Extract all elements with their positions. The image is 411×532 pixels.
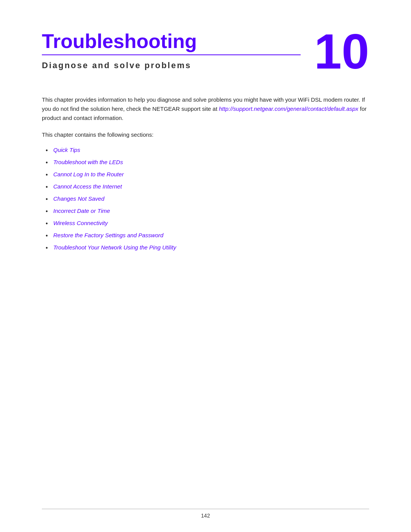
list-item: Incorrect Date or Time [53, 206, 369, 216]
list-item: Quick Tips [53, 145, 369, 155]
title-block: Troubleshooting Diagnose and solve probl… [42, 30, 314, 70]
bottom-divider [42, 509, 369, 509]
intro-paragraph: This chapter provides information to hel… [42, 95, 369, 123]
section-link[interactable]: Wireless Connectivity [53, 220, 108, 226]
list-item: Cannot Log In to the Router [53, 170, 369, 179]
list-item: Wireless Connectivity [53, 219, 369, 228]
list-item: Cannot Access the Internet [53, 182, 369, 191]
sections-intro: This chapter contains the following sect… [42, 130, 369, 139]
netgear-support-link[interactable]: http://support.netgear.com/general/conta… [219, 105, 358, 112]
list-item: Changes Not Saved [53, 194, 369, 203]
section-link[interactable]: Quick Tips [53, 147, 80, 153]
section-link[interactable]: Changes Not Saved [53, 195, 104, 202]
section-link[interactable]: Cannot Access the Internet [53, 183, 122, 190]
section-link[interactable]: Troubleshoot with the LEDs [53, 159, 123, 165]
header-section: Troubleshooting Diagnose and solve probl… [42, 30, 369, 76]
chapter-subtitle: Diagnose and solve problems [42, 61, 314, 70]
page-container: Troubleshooting Diagnose and solve probl… [0, 0, 411, 532]
page-number: 142 [201, 513, 210, 519]
sections-list: Quick TipsTroubleshoot with the LEDsCann… [42, 145, 369, 252]
section-link[interactable]: Troubleshoot Your Network Using the Ping… [53, 244, 176, 251]
section-link[interactable]: Incorrect Date or Time [53, 208, 110, 214]
list-item: Restore the Factory Settings and Passwor… [53, 231, 369, 240]
list-item: Troubleshoot with the LEDs [53, 158, 369, 167]
list-item: Troubleshoot Your Network Using the Ping… [53, 243, 369, 252]
chapter-title: Troubleshooting [42, 30, 314, 52]
chapter-number: 10 [314, 27, 369, 76]
section-link[interactable]: Restore the Factory Settings and Passwor… [53, 232, 163, 238]
section-link[interactable]: Cannot Log In to the Router [53, 171, 124, 177]
title-underline [42, 54, 301, 55]
